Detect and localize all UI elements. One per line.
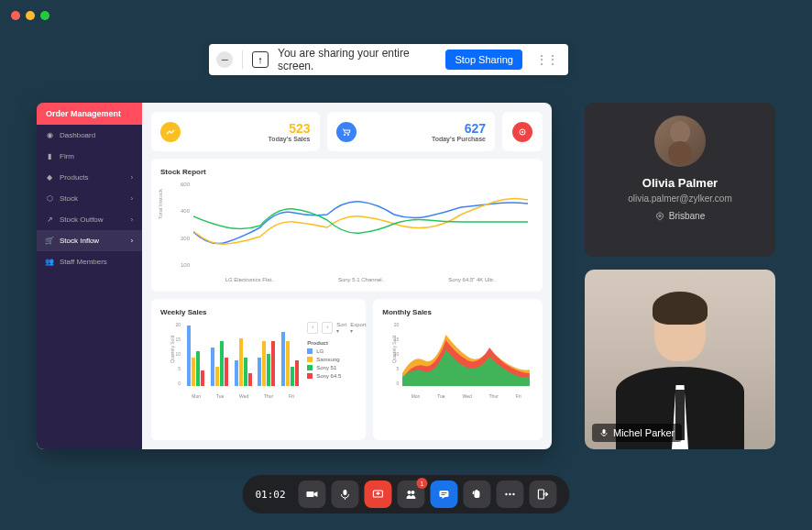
chevron-right-icon: › — [131, 195, 133, 202]
sidebar-item-staff[interactable]: 👥Staff Members — [37, 251, 142, 272]
sidebar-item-stock-inflow[interactable]: 🛒Stock Inflow› — [37, 230, 142, 251]
participant-video-tile[interactable]: Michel Parker — [585, 270, 775, 449]
next-button[interactable]: › — [322, 322, 333, 334]
sidebar-title: Order Management — [37, 103, 142, 125]
svg-rect-5 — [603, 429, 606, 434]
reactions-button[interactable] — [464, 480, 491, 508]
participant-name: Olivia Palmer — [642, 176, 718, 190]
stat-extra-card[interactable] — [502, 112, 543, 151]
weekly-bar-chart: Quartely Sold 20151050 MonTueWedThurFri — [160, 322, 302, 399]
svg-point-4 — [659, 215, 661, 216]
x-axis-ticks: LG Electronics Flat..Sony 5.1 Channel..S… — [193, 277, 528, 282]
stat-purchase-card[interactable]: 627Today's Purchase — [327, 112, 496, 151]
svg-point-17 — [509, 493, 510, 495]
sidebar-item-label: Stock Outfow — [60, 215, 104, 224]
svg-rect-8 — [344, 490, 347, 495]
minimize-window-button[interactable] — [26, 11, 35, 20]
screen-share-bar: − ↑ You are sharing your entire screen. … — [209, 44, 568, 75]
svg-rect-7 — [307, 491, 314, 497]
monthly-sales-panel: Monthly Sales Quartely Sold 20151050 Mon… — [373, 299, 543, 440]
sidebar-item-label: Staff Members — [60, 258, 107, 266]
chat-button[interactable] — [431, 480, 458, 508]
video-name-label: Michel Parker — [592, 424, 682, 442]
outflow-icon: ↗ — [46, 216, 53, 224]
participant-location: Brisbane — [655, 211, 705, 221]
inflow-icon: 🛒 — [46, 237, 53, 245]
sidebar-item-dashboard[interactable]: ◉Dashboard — [37, 125, 142, 146]
participant-email: olivia.palmer@zylker.com — [628, 193, 732, 204]
svg-point-18 — [512, 493, 514, 495]
weekly-sales-panel: Weekly Sales Quartely Sold 20151050 MonT… — [151, 299, 366, 440]
stat-value: 523 — [190, 121, 311, 136]
x-axis-ticks: MonTueWedThurFri — [402, 393, 530, 399]
svg-point-11 — [408, 491, 411, 494]
panel-title: Monthly Sales — [382, 308, 533, 316]
y-axis-ticks: 20151050 — [386, 322, 399, 386]
stats-row: 523Today's Sales 627Today's Purchase — [151, 112, 543, 151]
participant-info-card: Olivia Palmer olivia.palmer@zylker.com B… — [585, 103, 775, 257]
minimize-share-bar-button[interactable]: − — [216, 51, 233, 68]
sidebar-item-firm[interactable]: ▮Firm — [37, 146, 142, 167]
more-options-button[interactable] — [497, 480, 524, 508]
sidebar: Order Management ◉Dashboard ▮Firm ◆Produ… — [37, 103, 142, 449]
sidebar-item-products[interactable]: ◆Products› — [37, 167, 142, 188]
stock-report-panel: Stock Report Total Instock 600400200100 … — [151, 159, 543, 292]
close-window-button[interactable] — [11, 11, 20, 20]
legend-swatch — [307, 373, 313, 379]
meeting-toolbar: 01:02 — [242, 475, 569, 513]
sidebar-item-stock[interactable]: ⬡Stock› — [37, 188, 142, 209]
products-icon: ◆ — [46, 174, 53, 182]
stat-value: 627 — [366, 121, 487, 136]
legend-swatch — [307, 348, 313, 354]
dashboard-main: 523Today's Sales 627Today's Purchase Sto… — [142, 103, 552, 449]
legend-header: Product — [307, 340, 328, 346]
share-status-text: You are sharing your entire screen. — [278, 47, 436, 72]
legend-item: Sony 51 — [307, 365, 357, 370]
staff-icon: 👥 — [46, 259, 53, 266]
panel-title: Weekly Sales — [160, 308, 357, 316]
y-axis-ticks: 20151050 — [170, 322, 181, 386]
sidebar-item-label: Firm — [60, 152, 74, 160]
stat-sales-card[interactable]: 523Today's Sales — [151, 112, 320, 151]
video-toggle-button[interactable] — [299, 480, 326, 508]
y-axis-label: Total Instock — [158, 189, 163, 219]
svg-point-1 — [347, 134, 349, 136]
avatar — [654, 116, 706, 167]
prev-button[interactable]: ‹ — [307, 322, 318, 334]
stock-report-chart: Total Instock 600400200100 LG Electronic… — [160, 182, 533, 282]
chevron-right-icon: › — [131, 174, 133, 181]
bottom-panels: Weekly Sales Quartely Sold 20151050 MonT… — [151, 299, 543, 440]
svg-rect-13 — [440, 491, 449, 497]
settings-icon — [512, 122, 532, 142]
sidebar-item-label: Stock Inflow — [60, 237, 99, 245]
mic-toggle-button[interactable] — [332, 480, 359, 508]
chevron-right-icon: › — [131, 237, 133, 244]
dashboard-window: Order Management ◉Dashboard ▮Firm ◆Produ… — [37, 103, 552, 449]
share-more-menu[interactable]: ⋮⋮ — [532, 52, 561, 67]
sales-icon — [160, 122, 181, 142]
leave-meeting-button[interactable] — [530, 480, 557, 508]
stop-sharing-button[interactable]: Stop Sharing — [445, 50, 522, 70]
sort-menu[interactable]: Sort ▾ — [336, 322, 346, 334]
screen-share-button[interactable] — [365, 480, 392, 508]
svg-point-0 — [344, 134, 346, 136]
firm-icon: ▮ — [46, 153, 53, 160]
maximize-window-button[interactable] — [40, 11, 49, 20]
x-axis-ticks: MonTueWedThurFri — [184, 393, 302, 399]
stat-label: Today's Purchase — [366, 136, 487, 142]
meeting-timer: 01:02 — [255, 489, 285, 501]
svg-point-16 — [505, 493, 507, 495]
legend-item: Samsung — [307, 357, 357, 362]
participants-button[interactable] — [398, 480, 425, 508]
legend-item: LG — [307, 348, 357, 354]
stock-icon: ⬡ — [46, 195, 53, 203]
dashboard-icon: ◉ — [46, 132, 53, 139]
sidebar-item-label: Stock — [60, 194, 78, 203]
svg-point-12 — [411, 491, 415, 494]
sidebar-item-label: Products — [60, 173, 89, 182]
export-menu[interactable]: Export ▾ — [350, 322, 366, 334]
weekly-legend: ‹›Sort ▾Export ▾ Product LG Samsung Sony… — [307, 322, 357, 399]
legend-swatch — [307, 357, 313, 362]
y-axis-ticks: 600400200100 — [173, 182, 190, 268]
sidebar-item-stock-outflow[interactable]: ↗Stock Outfow› — [37, 209, 142, 230]
